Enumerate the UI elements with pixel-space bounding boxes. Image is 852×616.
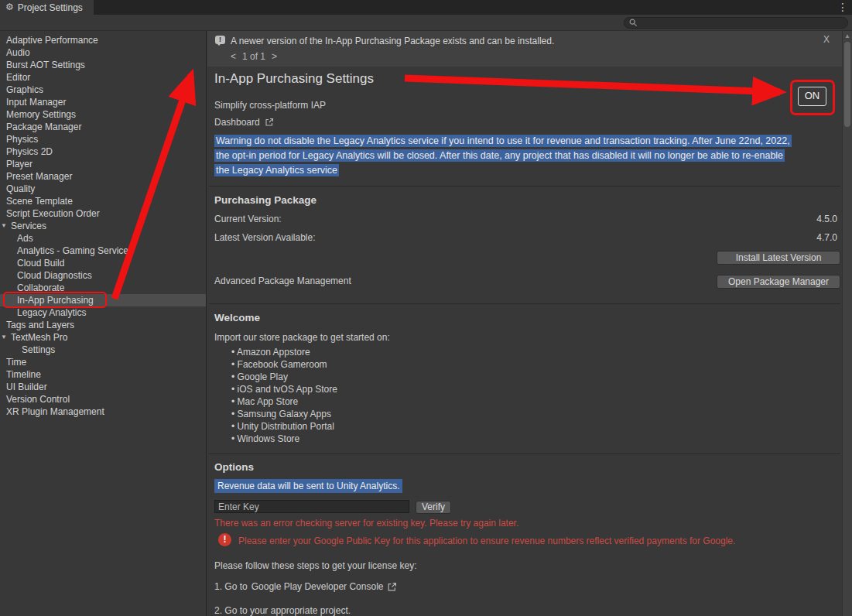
- vertical-scrollbar[interactable]: ▲: [842, 31, 852, 616]
- license-key-input[interactable]: [214, 500, 409, 513]
- external-link-icon: [265, 118, 274, 127]
- latest-version-label: Latest Version Available:: [214, 232, 316, 243]
- sidebar-item-cloud-build[interactable]: Cloud Build: [0, 257, 206, 269]
- settings-sidebar: Adaptive Performance Audio Burst AOT Set…: [0, 31, 207, 616]
- sidebar-item-version-control[interactable]: Version Control: [0, 393, 206, 406]
- sidebar-item-audio[interactable]: Audio: [0, 46, 206, 59]
- sidebar-item-services[interactable]: ▼ Services: [0, 220, 206, 232]
- search-box: [624, 17, 848, 29]
- step1-prefix: 1. Go to: [214, 581, 248, 592]
- warning-text: Warning do not disable the Legacy Analyt…: [214, 135, 792, 176]
- sidebar-item-timeline[interactable]: Timeline: [0, 368, 206, 381]
- store-list-item: Samsung Galaxy Apps: [231, 408, 337, 420]
- latest-version-value: 4.7.0: [816, 232, 837, 243]
- pager-next-icon[interactable]: >: [272, 51, 277, 62]
- store-list: Amazon Appstore Facebook Gameroom Google…: [231, 346, 337, 445]
- sidebar-item-adaptive-performance[interactable]: Adaptive Performance: [0, 34, 206, 46]
- sidebar-item-player[interactable]: Player: [0, 158, 206, 170]
- sidebar-item-analytics-gaming-services[interactable]: Analytics - Gaming Services: [0, 245, 206, 257]
- sidebar-item-package-manager[interactable]: Package Manager: [0, 121, 206, 133]
- search-icon: [629, 19, 638, 27]
- purchasing-package-heading: Purchasing Package: [214, 194, 317, 206]
- license-step-1: 1. Go to Google Play Developer Console: [214, 581, 397, 592]
- welcome-heading: Welcome: [214, 312, 260, 323]
- tab-project-settings[interactable]: ⚙ Project Settings: [0, 0, 94, 15]
- sidebar-item-input-manager[interactable]: Input Manager: [0, 96, 206, 108]
- tab-title: Project Settings: [18, 2, 83, 13]
- search-input[interactable]: [641, 19, 843, 28]
- sidebar-item-tags-and-layers[interactable]: Tags and Layers: [0, 319, 206, 331]
- dashboard-link[interactable]: Dashboard: [214, 117, 274, 128]
- notification-pager: <1 of 1>: [228, 51, 280, 62]
- sidebar-item-label: TextMesh Pro: [11, 332, 67, 343]
- sidebar-item-legacy-analytics[interactable]: Legacy Analytics: [0, 306, 206, 319]
- sidebar-item-physics-2d[interactable]: Physics 2D: [0, 145, 206, 158]
- close-icon[interactable]: X: [823, 34, 830, 45]
- license-steps-intro: Please follow these steps to get your li…: [214, 560, 416, 571]
- server-error-text: There was an error checking server for e…: [214, 518, 518, 529]
- sidebar-item-scene-template[interactable]: Scene Template: [0, 195, 206, 207]
- pager-prev-icon[interactable]: <: [231, 51, 236, 62]
- sidebar-item-xr-plugin-management[interactable]: XR Plugin Management: [0, 406, 206, 418]
- service-toggle-on-button[interactable]: ON: [798, 87, 826, 106]
- foldout-open-icon[interactable]: ▼: [1, 331, 7, 344]
- alert-bubble-icon: !: [215, 36, 225, 44]
- sidebar-item-preset-manager[interactable]: Preset Manager: [0, 170, 206, 183]
- open-package-manager-button[interactable]: Open Package Manager: [717, 275, 840, 289]
- dashboard-label: Dashboard: [214, 117, 260, 128]
- exclamation-glyph: !: [224, 534, 227, 545]
- sidebar-item-script-execution-order[interactable]: Script Execution Order: [0, 207, 206, 220]
- google-key-error-text: Please enter your Google Public Key for …: [238, 536, 735, 546]
- welcome-intro: Import our store package to get started …: [214, 332, 390, 343]
- sidebar-item-cloud-diagnostics[interactable]: Cloud Diagnostics: [0, 269, 206, 282]
- options-heading: Options: [214, 461, 254, 473]
- sidebar-item-ui-builder[interactable]: UI Builder: [0, 381, 206, 393]
- store-list-item: iOS and tvOS App Store: [231, 383, 337, 395]
- sidebar-item-graphics[interactable]: Graphics: [0, 84, 206, 96]
- sidebar-item-collaborate[interactable]: Collaborate: [0, 282, 206, 294]
- store-list-item: Facebook Gameroom: [231, 358, 337, 371]
- section-divider: [209, 303, 840, 304]
- sidebar-item-editor[interactable]: Editor: [0, 71, 206, 84]
- store-list-item: Amazon Appstore: [231, 346, 337, 358]
- advanced-package-management-label: Advanced Package Management: [214, 275, 351, 286]
- analytics-note-text: Revenue data will be sent to Unity Analy…: [214, 479, 402, 493]
- sidebar-item-textmeshpro-settings[interactable]: Settings: [0, 344, 206, 356]
- google-play-console-link[interactable]: Google Play Developer Console: [251, 581, 384, 592]
- store-list-item: Mac App Store: [231, 395, 337, 408]
- kebab-menu-icon[interactable]: ⋮: [837, 1, 848, 13]
- settings-content: ! A newer version of the In-App Purchasi…: [207, 31, 842, 616]
- error-icon: !: [218, 533, 231, 546]
- foldout-open-icon[interactable]: ▼: [1, 220, 7, 232]
- section-divider: [209, 186, 840, 187]
- sidebar-item-ads[interactable]: Ads: [0, 232, 206, 245]
- sidebar-item-burst-aot-settings[interactable]: Burst AOT Settings: [0, 59, 206, 71]
- license-step-2: 2. Go to your appropriate project.: [214, 605, 351, 616]
- toolbar: [0, 15, 852, 31]
- sidebar-item-physics[interactable]: Physics: [0, 133, 206, 145]
- notification-bar: ! A newer version of the In-App Purchasi…: [207, 31, 842, 67]
- sidebar-item-label: Services: [11, 221, 46, 231]
- sidebar-item-in-app-purchasing[interactable]: In-App Purchasing: [0, 294, 206, 306]
- analytics-note: Revenue data will be sent to Unity Analy…: [214, 481, 402, 491]
- section-divider: [209, 453, 840, 454]
- verify-button[interactable]: Verify: [416, 501, 451, 514]
- legacy-analytics-warning: Warning do not disable the Legacy Analyt…: [214, 134, 795, 178]
- current-version-label: Current Version:: [214, 214, 282, 224]
- scrollbar-thumb[interactable]: [844, 42, 850, 127]
- sidebar-item-quality[interactable]: Quality: [0, 183, 206, 195]
- current-version-value: 4.5.0: [816, 214, 837, 224]
- store-list-item: Unity Distribution Portal: [231, 420, 337, 433]
- sidebar-item-time[interactable]: Time: [0, 356, 206, 368]
- notification-message: A newer version of the In-App Purchasing…: [231, 36, 554, 46]
- tab-bar: ⚙ Project Settings ⋮: [0, 0, 852, 15]
- store-list-item: Windows Store: [231, 433, 337, 445]
- install-latest-version-button[interactable]: Install Latest Version: [717, 251, 840, 265]
- scroll-up-icon[interactable]: ▲: [844, 33, 850, 39]
- external-link-icon: [387, 582, 397, 592]
- pager-label: 1 of 1: [242, 51, 265, 62]
- gear-icon: ⚙: [5, 0, 14, 15]
- exclamation-glyph: !: [219, 36, 221, 43]
- sidebar-item-textmesh-pro[interactable]: ▼ TextMesh Pro: [0, 331, 206, 344]
- sidebar-item-memory-settings[interactable]: Memory Settings: [0, 108, 206, 121]
